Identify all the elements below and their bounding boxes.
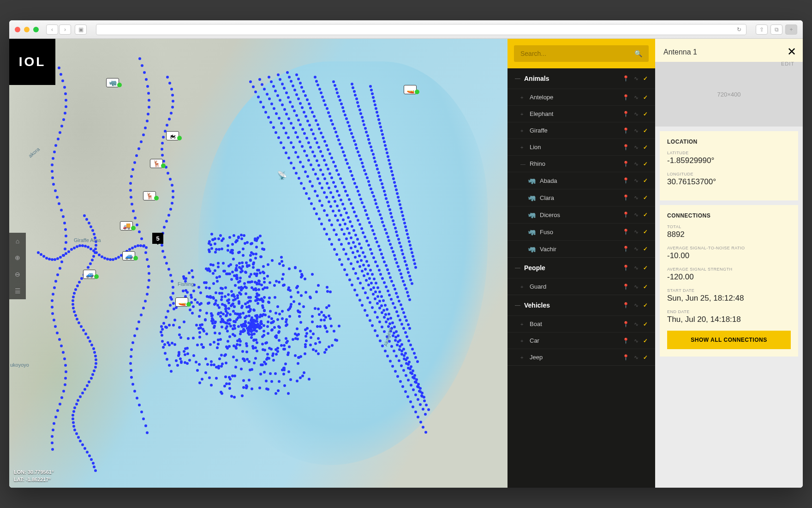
search-input[interactable] <box>520 50 634 57</box>
zoom-in-button[interactable]: ⊕ <box>9 249 26 266</box>
search-icon[interactable]: 🔍 <box>634 50 642 57</box>
track-icon[interactable]: ∿ <box>634 246 639 252</box>
pin-icon[interactable]: 📍 <box>622 177 629 184</box>
url-bar[interactable]: ↻ <box>96 24 746 35</box>
item-lion[interactable]: +Lion📍∿✓ <box>508 139 655 155</box>
jeep-marker-2[interactable]: 🚙 <box>83 270 99 279</box>
item-rhino[interactable]: —Rhino📍∿✓ <box>508 155 655 172</box>
pin-icon[interactable]: 📍 <box>622 161 629 167</box>
share-button[interactable]: ⇪ <box>756 24 768 35</box>
sidebar-toggle-button[interactable]: ▣ <box>75 24 87 35</box>
check-icon[interactable]: ✓ <box>643 338 648 344</box>
reload-icon[interactable]: ↻ <box>737 26 741 33</box>
boat-marker[interactable]: 🚤 <box>175 297 191 307</box>
item-car[interactable]: +Car📍∿✓ <box>508 332 655 349</box>
track-icon[interactable]: ∿ <box>634 94 639 101</box>
check-icon[interactable]: ✓ <box>643 265 648 271</box>
rhino-marker[interactable]: 🦏 <box>106 78 122 87</box>
antenna-marker[interactable]: 📡 <box>277 170 287 181</box>
category-vehicles[interactable]: —Vehicles📍∿✓ <box>508 295 655 315</box>
track-icon[interactable]: ∿ <box>634 265 639 271</box>
pin-icon[interactable]: 📍 <box>622 321 629 327</box>
pin-icon[interactable]: 📍 <box>622 246 629 252</box>
track-icon[interactable]: ∿ <box>634 111 639 117</box>
track-icon[interactable]: ∿ <box>634 229 639 235</box>
zoom-out-button[interactable]: ⊖ <box>9 266 26 283</box>
forward-button[interactable]: › <box>59 24 71 35</box>
check-icon[interactable]: ✓ <box>643 246 648 252</box>
pin-icon[interactable]: 📍 <box>622 302 629 308</box>
track-icon[interactable]: ∿ <box>634 302 639 308</box>
category-animals[interactable]: —Animals📍∿✓ <box>508 68 655 89</box>
track-icon[interactable]: ∿ <box>634 177 639 184</box>
pin-icon[interactable]: 📍 <box>622 265 629 271</box>
pin-icon[interactable]: 📍 <box>622 194 629 201</box>
check-icon[interactable]: ✓ <box>643 212 648 218</box>
antelope-marker-2[interactable]: 🦌 <box>143 191 159 200</box>
check-icon[interactable]: ✓ <box>643 321 648 327</box>
track-icon[interactable]: ∿ <box>634 75 639 82</box>
item-giraffe[interactable]: +Giraffe📍∿✓ <box>508 122 655 139</box>
subitem-vachir[interactable]: 🦏Vachir📍∿✓ <box>508 240 655 257</box>
check-icon[interactable]: ✓ <box>643 75 648 82</box>
pin-icon[interactable]: 📍 <box>622 144 629 151</box>
new-tab-button[interactable]: + <box>785 24 797 35</box>
item-elephant[interactable]: +Elephant📍∿✓ <box>508 105 655 122</box>
item-jeep[interactable]: +Jeep📍∿✓ <box>508 349 655 365</box>
boat-marker-2[interactable]: 🚤 <box>404 85 419 94</box>
track-icon[interactable]: ∿ <box>634 212 639 218</box>
pin-icon[interactable]: 📍 <box>622 229 629 235</box>
item-guard[interactable]: +Guard📍∿✓ <box>508 278 655 295</box>
pin-icon[interactable]: 📍 <box>622 212 629 218</box>
pin-icon[interactable]: 📍 <box>622 284 629 290</box>
atv-marker[interactable]: 🏍 <box>166 131 182 140</box>
check-icon[interactable]: ✓ <box>643 302 648 308</box>
maximize-window-icon[interactable] <box>33 27 39 32</box>
check-icon[interactable]: ✓ <box>643 127 648 134</box>
item-antelope[interactable]: +Antelope📍∿✓ <box>508 89 655 105</box>
home-button[interactable]: ⌂ <box>9 233 26 249</box>
minimize-window-icon[interactable] <box>24 27 30 32</box>
track-icon[interactable]: ∿ <box>634 127 639 134</box>
pin-icon[interactable]: 📍 <box>622 111 629 117</box>
check-icon[interactable]: ✓ <box>643 111 648 117</box>
check-icon[interactable]: ✓ <box>643 229 648 235</box>
subitem-abada[interactable]: 🦏Abada📍∿✓ <box>508 172 655 189</box>
check-icon[interactable]: ✓ <box>643 144 648 151</box>
back-button[interactable]: ‹ <box>46 24 58 35</box>
pin-icon[interactable]: 📍 <box>622 127 629 134</box>
layers-button[interactable]: ☰ <box>9 283 26 299</box>
track-icon[interactable]: ∿ <box>634 144 639 151</box>
truck-marker[interactable]: 🚚 <box>120 221 136 230</box>
check-icon[interactable]: ✓ <box>643 161 648 167</box>
check-icon[interactable]: ✓ <box>643 354 648 361</box>
track-icon[interactable]: ∿ <box>634 194 639 201</box>
close-button[interactable]: ✕ <box>787 45 796 58</box>
category-people[interactable]: —People📍∿✓ <box>508 258 655 278</box>
track-icon[interactable]: ∿ <box>634 338 639 344</box>
check-icon[interactable]: ✓ <box>643 284 648 290</box>
map-canvas[interactable]: IOL ⌂ ⊕ ⊖ ☰ LON: 30.779561°LAT: -1.86221… <box>9 39 508 488</box>
pin-icon[interactable]: 📍 <box>622 338 629 344</box>
cluster-marker[interactable]: 5 <box>152 233 163 244</box>
edit-button[interactable]: EDIT <box>781 61 794 67</box>
jeep-marker[interactable]: 🚙 <box>122 251 138 260</box>
antelope-marker[interactable]: 🦌 <box>150 159 166 168</box>
check-icon[interactable]: ✓ <box>643 177 648 184</box>
pin-icon[interactable]: 📍 <box>622 354 629 361</box>
track-icon[interactable]: ∿ <box>634 354 639 361</box>
track-icon[interactable]: ∿ <box>634 321 639 327</box>
show-connections-button[interactable]: SHOW ALL CONNECTIONS <box>667 331 791 349</box>
subitem-diceros[interactable]: 🦏Diceros📍∿✓ <box>508 206 655 223</box>
search-box[interactable]: 🔍 <box>514 45 649 62</box>
track-icon[interactable]: ∿ <box>634 161 639 167</box>
check-icon[interactable]: ✓ <box>643 194 648 201</box>
pin-icon[interactable]: 📍 <box>622 75 629 82</box>
pin-icon[interactable]: 📍 <box>622 94 629 101</box>
item-boat[interactable]: +Boat📍∿✓ <box>508 315 655 332</box>
check-icon[interactable]: ✓ <box>643 94 648 101</box>
brand-logo[interactable]: IOL <box>9 39 55 85</box>
tabs-button[interactable]: ⧉ <box>770 24 782 35</box>
subitem-fuso[interactable]: 🦏Fuso📍∿✓ <box>508 223 655 240</box>
close-window-icon[interactable] <box>15 27 20 32</box>
